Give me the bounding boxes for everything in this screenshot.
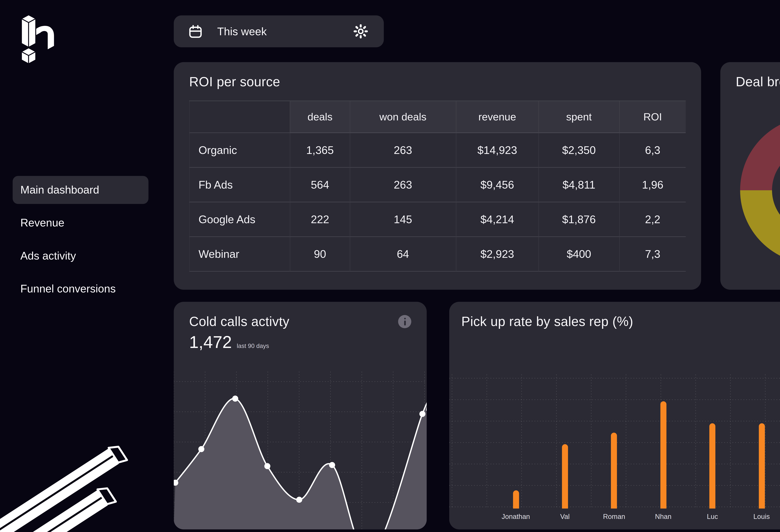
cold-calls-kpi: 1,472 last 90 days [189, 333, 269, 352]
cell-roi: 7,3 [619, 237, 686, 272]
cell-deals: 564 [290, 168, 350, 202]
cell-deals: 90 [290, 237, 350, 272]
column-header: won deals [350, 101, 456, 133]
bar-val [562, 444, 568, 509]
sidebar-item-label: Main dashboard [20, 184, 99, 196]
row-source: Organic [189, 133, 290, 168]
cell-deals: 1,365 [290, 133, 350, 168]
cell-won-deals: 145 [350, 202, 456, 237]
calendar-icon [188, 24, 203, 39]
cell-roi: 6,3 [619, 133, 686, 168]
card-title: Pick up rate by sales rep (%) [461, 314, 633, 329]
cell-deals: 222 [290, 202, 350, 237]
bar-label: Nhan [638, 513, 688, 521]
date-range-label: This week [217, 25, 353, 38]
column-header: ROI [619, 101, 686, 133]
cell-won-deals: 263 [350, 133, 456, 168]
kpi-value: 1,472 [189, 333, 232, 352]
pickup-rate-card: Pick up rate by sales rep (%) JonathanVa… [449, 302, 780, 529]
data-point [329, 462, 335, 468]
cell-spent: $400 [538, 237, 619, 272]
cold-calls-area-chart [174, 372, 427, 530]
roi-per-source-card: ROI per source deals won deals revenue s… [174, 62, 701, 290]
column-header [189, 101, 290, 133]
cell-revenue: $4,214 [456, 202, 538, 237]
data-point [419, 411, 426, 417]
h-blocks-logo [20, 13, 56, 65]
sidebar-item-label: Funnel conversions [20, 283, 115, 295]
pickup-rate-bar-chart: JonathanValRomanNhanLucLouis [462, 374, 780, 529]
date-range-selector[interactable]: This week [174, 15, 384, 47]
data-point [198, 446, 204, 452]
sidebar-item-revenue[interactable]: Revenue [13, 209, 148, 237]
dashboard: Main dashboard Revenue Ads activity Funn… [0, 0, 780, 532]
card-title: Cold calls activty [189, 314, 290, 329]
row-source: Webinar [189, 237, 290, 272]
data-point [296, 497, 302, 503]
sidebar-item-label: Revenue [20, 216, 64, 229]
sidebar-item-funnel-conversions[interactable]: Funnel conversions [13, 275, 148, 303]
data-point [264, 463, 270, 469]
bar-label: Louis [737, 513, 780, 521]
bar-jonathan [513, 490, 519, 509]
column-header: deals [290, 101, 350, 133]
cell-spent: $1,876 [538, 202, 619, 237]
bar-label: Jonathan [491, 513, 541, 521]
row-source: Google Ads [189, 202, 290, 237]
cell-spent: $2,350 [538, 133, 619, 168]
deal-breakdown-card: Deal breakdown [720, 62, 780, 290]
gear-icon[interactable] [353, 24, 369, 39]
bar-nhan [660, 401, 666, 509]
roi-table: deals won deals revenue spent ROI Organi… [189, 101, 686, 272]
bar-label: Roman [589, 513, 639, 521]
cell-won-deals: 263 [350, 168, 456, 202]
sidebar-nav: Main dashboard Revenue Ads activity Funn… [13, 176, 148, 308]
cell-revenue: $2,923 [456, 237, 538, 272]
cold-calls-card: Cold calls activty 1,472 last 90 days [174, 302, 427, 529]
kpi-caption: last 90 days [237, 342, 269, 349]
sidebar-item-ads-activity[interactable]: Ads activity [13, 242, 148, 270]
bar-louis [759, 423, 765, 509]
bar-roman [611, 433, 617, 509]
bar-luc [709, 423, 716, 509]
cell-revenue: $14,923 [456, 133, 538, 168]
sidebar-item-label: Ads activity [20, 249, 76, 262]
card-title: ROI per source [189, 74, 280, 90]
cell-won-deals: 64 [350, 237, 456, 272]
cell-spent: $4,811 [538, 168, 619, 202]
info-icon[interactable] [398, 315, 411, 328]
data-point [232, 395, 238, 402]
isometric-beams-decoration [0, 414, 129, 532]
card-title: Deal breakdown [736, 74, 780, 90]
sidebar-item-main-dashboard[interactable]: Main dashboard [13, 176, 148, 204]
cell-roi: 2,2 [619, 202, 686, 237]
column-header: revenue [456, 101, 538, 133]
bar-label: Val [540, 513, 590, 521]
cell-revenue: $9,456 [456, 168, 538, 202]
row-source: Fb Ads [189, 168, 290, 202]
column-header: spent [538, 101, 619, 133]
bar-label: Luc [688, 513, 737, 521]
cell-roi: 1,96 [619, 168, 686, 202]
